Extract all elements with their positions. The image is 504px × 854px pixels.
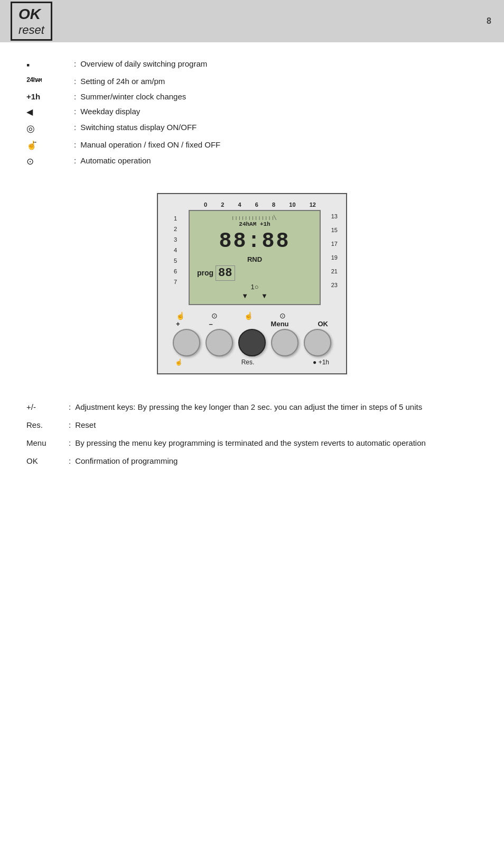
btn-label-plus: + (176, 320, 180, 328)
feature-item-24h: 24hAM : Setting of 24h or am/pm (26, 76, 478, 88)
left-num-1: 1 (174, 215, 177, 222)
feature-item-overview: ▪ : Overview of daily switching program (26, 58, 478, 72)
lcd-arrows-row: ▼ ▼ (194, 292, 315, 300)
right-num-23: 23 (331, 282, 338, 288)
feature-icon-triangle: ◀ (26, 106, 74, 118)
sub-labels-row: ☝ Res. ● +1h (165, 356, 339, 366)
left-num-7: 7 (174, 279, 177, 285)
minus-button[interactable] (206, 329, 233, 356)
feature-item-manual: ☝̈ : Manual operation / fixed ON / fixed… (26, 139, 478, 152)
feature-icon-24h: 24hAM (26, 76, 74, 85)
note-colon-ok: : (69, 455, 71, 467)
device-diagram: 0 2 4 6 8 10 12 1 2 3 4 5 6 7 (0, 193, 504, 374)
plus-button[interactable] (173, 329, 200, 356)
right-num-19: 19 (331, 254, 338, 261)
feature-item-plus1h: +1h : Summer/winter clock changes (26, 91, 478, 103)
feature-item-switching: ◎ : Switching status display ON/OFF (26, 122, 478, 136)
ok-reset-box: OK reset (11, 2, 52, 41)
note-key-ok: OK (26, 455, 69, 467)
colon-7: : (74, 155, 76, 167)
reset-label: reset (18, 23, 44, 37)
hand-icon: ☝̈ (26, 139, 37, 152)
feature-desc-auto: Automatic operation (80, 155, 478, 167)
note-text-res: Reset (75, 419, 478, 431)
ok-button[interactable] (304, 329, 331, 356)
scale-bar: 0 2 4 6 8 10 12 (165, 201, 339, 208)
note-text-adj: Adjustment keys: By pressing the key lon… (75, 401, 478, 414)
bottom-hand-icon-1: ☝ (176, 311, 185, 320)
clock-icon: ⊙ (26, 155, 34, 169)
lcd-rnd: RND (247, 255, 262, 263)
feature-item-weekday: ◀ : Weekday display (26, 106, 478, 118)
device-outer: 0 2 4 6 8 10 12 1 2 3 4 5 6 7 (157, 193, 347, 374)
left-numbers: 1 2 3 4 5 6 7 (174, 215, 177, 285)
lcd-arrow-left: ▼ (241, 292, 248, 300)
lcd-prog-row: prog 88 (194, 265, 315, 281)
prog-digits: 88 (216, 265, 235, 281)
right-num-13: 13 (331, 213, 338, 219)
btn-label-ok: OK (318, 320, 328, 328)
note-colon-menu: : (69, 437, 71, 449)
feature-list: ▪ : Overview of daily switching program … (0, 42, 504, 177)
feature-icon-hand: ☝̈ (26, 139, 74, 152)
feature-icon-clock: ⊙ (26, 155, 74, 169)
note-item-menu: Menu : By pressing the menu key programm… (26, 437, 478, 449)
left-num-3: 3 (174, 236, 177, 243)
left-num-6: 6 (174, 268, 177, 274)
note-text-ok: Confirmation of programming (75, 455, 478, 467)
bottom-hand-icon-2: ☝ (244, 311, 253, 320)
feature-desc-weekday: Weekday display (80, 106, 478, 118)
feature-icon-bullet: ▪ (26, 58, 74, 72)
colon-2: : (74, 76, 76, 88)
feature-desc-manual: Manual operation / fixed ON / fixed OFF (80, 139, 478, 151)
tick-marks-row: | | | | | | | | | | | | |╲ (194, 215, 315, 220)
lcd-time: 88:88 (219, 229, 290, 253)
lcd-24h-row: 24hAM +1h (194, 221, 315, 227)
left-num-5: 5 (174, 258, 177, 264)
note-item-adj: +/- : Adjustment keys: By pressing the k… (26, 401, 478, 414)
note-item-res: Res. : Reset (26, 419, 478, 431)
right-num-21: 21 (331, 268, 338, 274)
notes-section: +/- : Adjustment keys: By pressing the k… (0, 390, 504, 494)
feature-desc-switching: Switching status display ON/OFF (80, 122, 478, 134)
scale-8: 8 (272, 201, 275, 208)
scale-0: 0 (204, 201, 207, 208)
feature-icon-circle: ◎ (26, 122, 74, 136)
page-number: 8 (487, 16, 491, 26)
lcd-circle: 1○ (250, 283, 258, 291)
lcd-time-display: 88:88 (194, 229, 315, 253)
scale-4: 4 (238, 201, 241, 208)
colon-5: : (74, 122, 76, 134)
note-text-menu: By pressing the menu key programming is … (75, 437, 478, 449)
note-key-adj: +/- (26, 401, 69, 414)
right-numbers: 13 15 17 19 21 23 (331, 213, 338, 288)
buttons-row (165, 329, 339, 356)
tick-marks: | | | | | | | | | | | | |╲ (232, 215, 277, 220)
scale-6: 6 (255, 201, 258, 208)
menu-button[interactable] (271, 329, 298, 356)
note-key-res: Res. (26, 419, 69, 431)
plus1h-icon: +1h (26, 91, 40, 103)
right-num-17: 17 (331, 241, 338, 247)
note-item-ok: OK : Confirmation of programming (26, 455, 478, 467)
btn-label-menu: Menu (271, 320, 289, 328)
colon-4: : (74, 106, 76, 118)
colon-1: : (74, 58, 76, 70)
scale-2: 2 (221, 201, 224, 208)
lcd-screen: | | | | | | | | | | | | |╲ 24hAM +1h 88:… (189, 210, 321, 305)
res-button[interactable] (238, 329, 266, 356)
sub-plus1h-label: ● +1h (313, 359, 329, 366)
lcd-rnd-label: RND (194, 255, 315, 263)
scale-12: 12 (310, 201, 316, 208)
btn-labels-row: + – Menu OK (165, 320, 339, 328)
btn-label-minus: – (209, 320, 213, 328)
ok-label: OK (18, 5, 44, 23)
feature-icon-plus1h: +1h (26, 91, 74, 103)
left-num-2: 2 (174, 226, 177, 232)
lcd-arrow-right: ▼ (261, 292, 268, 300)
sub-hand-icon: ☝ (175, 359, 183, 366)
note-colon-res: : (69, 419, 71, 431)
prog-label: prog (197, 269, 213, 277)
bottom-clock-icon-1: ⊙ (211, 311, 218, 320)
feature-desc-overview: Overview of daily switching program (80, 58, 478, 70)
